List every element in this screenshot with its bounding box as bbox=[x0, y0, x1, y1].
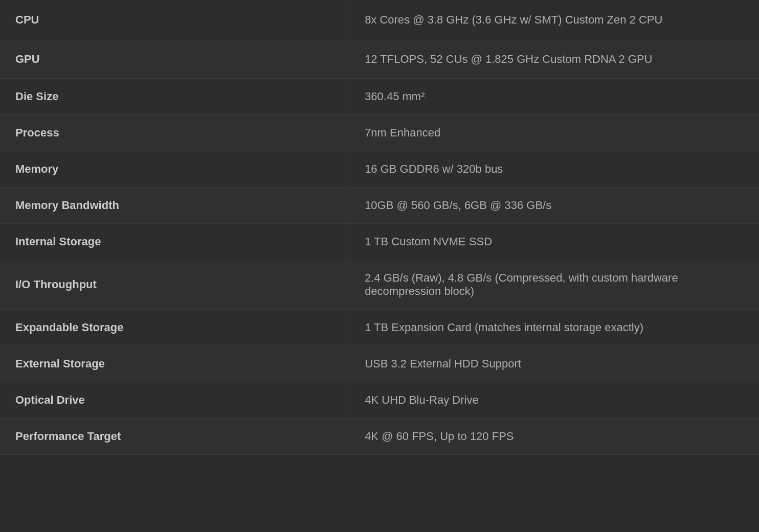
spec-label-performance-target: Performance Target bbox=[0, 419, 349, 455]
spec-value-expandable-storage: 1 TB Expansion Card (matches internal st… bbox=[349, 310, 759, 346]
spec-row-memory: Memory16 GB GDDR6 w/ 320b bus bbox=[0, 151, 759, 188]
spec-row-die-size: Die Size360.45 mm² bbox=[0, 79, 759, 115]
spec-row-internal-storage: Internal Storage1 TB Custom NVME SSD bbox=[0, 224, 759, 260]
spec-value-io-throughput: 2.4 GB/s (Raw), 4.8 GB/s (Compressed, wi… bbox=[349, 260, 759, 310]
spec-row-external-storage: External StorageUSB 3.2 External HDD Sup… bbox=[0, 346, 759, 382]
spec-label-external-storage: External Storage bbox=[0, 346, 349, 382]
spec-label-memory-bandwidth: Memory Bandwidth bbox=[0, 188, 349, 224]
specs-table: CPU8x Cores @ 3.8 GHz (3.6 GHz w/ SMT) C… bbox=[0, 0, 759, 455]
spec-label-optical-drive: Optical Drive bbox=[0, 382, 349, 419]
spec-row-process: Process7nm Enhanced bbox=[0, 115, 759, 151]
spec-value-die-size: 360.45 mm² bbox=[349, 79, 759, 115]
spec-label-cpu: CPU bbox=[0, 0, 349, 40]
spec-value-memory: 16 GB GDDR6 w/ 320b bus bbox=[349, 151, 759, 188]
spec-value-internal-storage: 1 TB Custom NVME SSD bbox=[349, 224, 759, 260]
spec-value-memory-bandwidth: 10GB @ 560 GB/s, 6GB @ 336 GB/s bbox=[349, 188, 759, 224]
spec-label-expandable-storage: Expandable Storage bbox=[0, 310, 349, 346]
spec-value-optical-drive: 4K UHD Blu-Ray Drive bbox=[349, 382, 759, 419]
spec-row-gpu: GPU12 TFLOPS, 52 CUs @ 1.825 GHz Custom … bbox=[0, 40, 759, 79]
spec-row-performance-target: Performance Target4K @ 60 FPS, Up to 120… bbox=[0, 419, 759, 455]
spec-label-memory: Memory bbox=[0, 151, 349, 188]
spec-label-io-throughput: I/O Throughput bbox=[0, 260, 349, 310]
spec-value-gpu: 12 TFLOPS, 52 CUs @ 1.825 GHz Custom RDN… bbox=[349, 40, 759, 79]
spec-row-io-throughput: I/O Throughput2.4 GB/s (Raw), 4.8 GB/s (… bbox=[0, 260, 759, 310]
spec-row-expandable-storage: Expandable Storage1 TB Expansion Card (m… bbox=[0, 310, 759, 346]
spec-value-process: 7nm Enhanced bbox=[349, 115, 759, 151]
spec-value-external-storage: USB 3.2 External HDD Support bbox=[349, 346, 759, 382]
spec-label-die-size: Die Size bbox=[0, 79, 349, 115]
spec-label-gpu: GPU bbox=[0, 40, 349, 79]
spec-label-internal-storage: Internal Storage bbox=[0, 224, 349, 260]
spec-label-process: Process bbox=[0, 115, 349, 151]
spec-row-memory-bandwidth: Memory Bandwidth10GB @ 560 GB/s, 6GB @ 3… bbox=[0, 188, 759, 224]
spec-row-cpu: CPU8x Cores @ 3.8 GHz (3.6 GHz w/ SMT) C… bbox=[0, 0, 759, 40]
spec-value-performance-target: 4K @ 60 FPS, Up to 120 FPS bbox=[349, 419, 759, 455]
spec-value-cpu: 8x Cores @ 3.8 GHz (3.6 GHz w/ SMT) Cust… bbox=[349, 0, 759, 40]
spec-row-optical-drive: Optical Drive4K UHD Blu-Ray Drive bbox=[0, 382, 759, 419]
